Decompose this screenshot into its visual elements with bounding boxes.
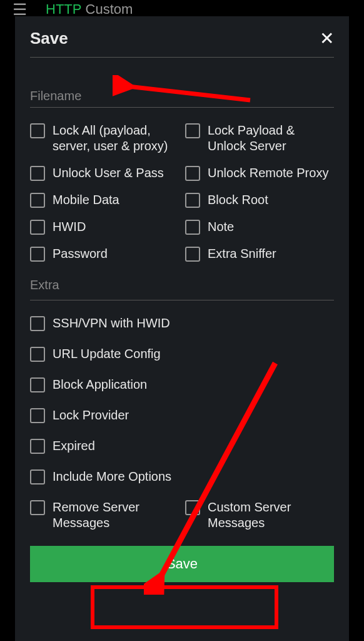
option-note[interactable]: Note xyxy=(185,219,334,235)
dialog-title: Save xyxy=(30,29,68,48)
checkbox-icon[interactable] xyxy=(30,347,45,362)
option-block-root[interactable]: Block Root xyxy=(185,192,334,208)
option-lock-payload-unlock-server[interactable]: Lock Payload & Unlock Server xyxy=(185,123,334,154)
checkbox-icon[interactable] xyxy=(30,500,45,515)
close-icon[interactable]: ✕ xyxy=(320,30,334,48)
option-remove-server-messages[interactable]: Remove Server Messages xyxy=(30,500,179,531)
checkbox-icon[interactable] xyxy=(185,247,200,262)
filename-label: Filename xyxy=(30,89,334,103)
checkbox-icon[interactable] xyxy=(30,123,45,138)
checkbox-icon[interactable] xyxy=(30,439,45,454)
checkbox-icon[interactable] xyxy=(30,166,45,181)
option-include-more-options[interactable]: Include More Options xyxy=(30,469,334,485)
save-dialog: Save ✕ Filename Lock All (payload, serve… xyxy=(15,16,349,641)
checkbox-icon[interactable] xyxy=(185,500,200,515)
checkbox-icon[interactable] xyxy=(185,166,200,181)
save-button[interactable]: Save xyxy=(30,546,334,582)
option-lock-all[interactable]: Lock All (payload, server, user & proxy) xyxy=(30,123,179,154)
checkbox-icon[interactable] xyxy=(30,220,45,235)
option-custom-server-messages[interactable]: Custom Server Messages xyxy=(185,500,334,531)
option-block-application[interactable]: Block Application xyxy=(30,377,334,392)
app-title: HTTP Custom xyxy=(46,1,133,18)
filename-input[interactable] xyxy=(30,107,334,108)
checkbox-icon[interactable] xyxy=(30,247,45,262)
main-options: Lock All (payload, server, user & proxy)… xyxy=(30,123,334,262)
option-unlock-user-pass[interactable]: Unlock User & Pass xyxy=(30,165,179,181)
option-ssh-vpn-hwid[interactable]: SSH/VPN with HWID xyxy=(30,315,334,331)
checkbox-icon[interactable] xyxy=(30,377,45,392)
checkbox-icon[interactable] xyxy=(30,193,45,208)
checkbox-icon[interactable] xyxy=(185,193,200,208)
checkbox-icon[interactable] xyxy=(185,123,200,138)
option-url-update-config[interactable]: URL Update Config xyxy=(30,346,334,362)
checkbox-icon[interactable] xyxy=(185,220,200,235)
extra-options: SSH/VPN with HWID URL Update Config Bloc… xyxy=(30,315,334,531)
extra-section-title: Extra xyxy=(30,278,334,300)
option-lock-provider[interactable]: Lock Provider xyxy=(30,408,334,423)
option-hwid[interactable]: HWID xyxy=(30,219,179,235)
option-password[interactable]: Password xyxy=(30,246,179,262)
checkbox-icon[interactable] xyxy=(30,316,45,331)
option-mobile-data[interactable]: Mobile Data xyxy=(30,192,179,208)
option-extra-sniffer[interactable]: Extra Sniffer xyxy=(185,246,334,262)
option-unlock-remote-proxy[interactable]: Unlock Remote Proxy xyxy=(185,165,334,181)
checkbox-icon[interactable] xyxy=(30,469,45,485)
checkbox-icon[interactable] xyxy=(30,408,45,423)
option-expired[interactable]: Expired xyxy=(30,438,334,454)
